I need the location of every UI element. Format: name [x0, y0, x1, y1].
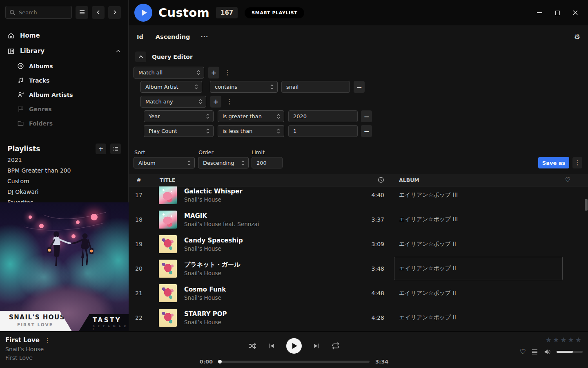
- track-artist[interactable]: Snail’s House: [184, 294, 226, 301]
- playlist-item-bpm[interactable]: BPM Greater than 200: [7, 165, 121, 175]
- table-row[interactable]: 20 プラネット・ガール Snail’s House 3:48 エイリアン☆ポッ…: [129, 256, 588, 281]
- playlist-item-custom[interactable]: Custom: [7, 176, 121, 186]
- playlist-item-dj-okawari[interactable]: DJ Okawari: [7, 186, 121, 197]
- gear-icon[interactable]: ⚙: [574, 33, 580, 41]
- seek-bar[interactable]: [218, 361, 370, 363]
- app-window: Home Library Albums: [0, 0, 588, 368]
- search-box[interactable]: [5, 6, 72, 19]
- sidebar-item-albums[interactable]: Albums: [0, 59, 128, 73]
- library-collapse-icon[interactable]: [116, 49, 121, 53]
- menu-button[interactable]: [76, 6, 88, 19]
- sidebar-item-library[interactable]: Library: [0, 43, 128, 59]
- track-artist[interactable]: Snail’s House: [184, 245, 243, 252]
- track-title[interactable]: プラネット・ガール: [184, 261, 240, 269]
- track-duration: 3:37: [356, 216, 384, 223]
- column-favorite[interactable]: ♡: [548, 176, 588, 184]
- select-chevrons-icon: [274, 114, 280, 119]
- group-match-select[interactable]: Match any: [140, 96, 206, 108]
- rule-group-menu-button[interactable]: ⋮: [223, 69, 232, 76]
- column-number[interactable]: #: [129, 177, 149, 183]
- repeat-button[interactable]: [331, 341, 340, 350]
- sidebar-item-folders[interactable]: Folders: [0, 116, 128, 130]
- playlist-item-2021[interactable]: 2021: [7, 155, 121, 165]
- column-album[interactable]: ALBUM: [384, 177, 548, 183]
- rule3-operator-select[interactable]: is less than: [218, 125, 284, 137]
- maximize-button[interactable]: [554, 9, 561, 16]
- rule1-field-select[interactable]: Album Artist: [140, 81, 202, 93]
- add-group-rule-button[interactable]: +: [210, 96, 221, 108]
- rule2-value-input[interactable]: [288, 110, 358, 122]
- track-artist[interactable]: Snail’s House: [184, 270, 240, 276]
- playlist-list-button[interactable]: [110, 144, 121, 154]
- rule1-operator-select[interactable]: contains: [210, 81, 278, 93]
- track-title[interactable]: Candy Spaceship: [184, 237, 243, 244]
- sidebar-item-label: Library: [20, 47, 45, 55]
- volume-button[interactable]: [543, 348, 551, 355]
- nav-forward-button[interactable]: [108, 6, 121, 19]
- table-row[interactable]: 21 Cosmo Funk Snail’s House 4:48 エイリアン☆ポ…: [129, 281, 588, 305]
- track-album[interactable]: エイリアン☆ポップ II: [384, 289, 548, 297]
- save-as-button[interactable]: Save as: [538, 157, 569, 168]
- scrollbar-thumb[interactable]: [585, 199, 588, 211]
- sidebar-item-album-artists[interactable]: Album Artists: [0, 88, 128, 102]
- table-row[interactable]: 22 STARRY POP Snail’s House 4:28 エイリアン☆ポ…: [129, 305, 588, 330]
- track-title[interactable]: MAGIK: [184, 212, 259, 220]
- track-title[interactable]: Galactic Whisper: [184, 188, 243, 195]
- rule3-value-input[interactable]: [288, 125, 358, 137]
- save-menu-button[interactable]: ⋮: [572, 157, 582, 168]
- sort-direction-button[interactable]: Ascending: [156, 34, 190, 40]
- group-menu-button[interactable]: ⋮: [225, 98, 234, 105]
- column-duration[interactable]: [356, 177, 384, 183]
- sort-label: Sort: [134, 149, 145, 155]
- volume-slider[interactable]: [557, 351, 583, 353]
- now-playing-album-art[interactable]: SNAIL'S HOUSE FIRST LOVE TASTY B E T A M…: [0, 202, 129, 331]
- search-input[interactable]: [19, 9, 64, 16]
- rule3-remove-button[interactable]: −: [361, 125, 372, 137]
- track-number: 22: [129, 314, 149, 321]
- column-title[interactable]: TITLE: [149, 177, 356, 183]
- seek-knob[interactable]: [218, 360, 222, 364]
- previous-button[interactable]: [268, 342, 275, 350]
- heart-icon: ♡: [520, 348, 526, 356]
- rule1-value-input[interactable]: [281, 81, 350, 93]
- queue-button[interactable]: [531, 349, 538, 355]
- favorite-button[interactable]: ♡: [520, 348, 526, 356]
- table-row[interactable]: 18 MAGIK Snail’s House feat. Sennzai 3:3…: [129, 207, 588, 232]
- more-options-button[interactable]: ···: [200, 34, 208, 40]
- query-editor-collapse-button[interactable]: [135, 52, 146, 62]
- root-match-select[interactable]: Match all: [134, 67, 204, 79]
- track-album[interactable]: エイリアン☆ポップ III: [384, 216, 548, 223]
- next-button[interactable]: [313, 342, 320, 350]
- close-button[interactable]: [572, 9, 579, 16]
- rule2-field-select[interactable]: Year: [144, 110, 214, 122]
- table-row[interactable]: 17 Galactic Whisper Snail’s House 4:40 エ…: [129, 186, 588, 207]
- play-pause-button[interactable]: [286, 338, 302, 354]
- track-title[interactable]: STARRY POP: [184, 310, 227, 318]
- rule2-remove-button[interactable]: −: [361, 110, 372, 122]
- track-artist[interactable]: Snail’s House: [184, 196, 243, 203]
- play-playlist-button[interactable]: [134, 4, 152, 22]
- order-select[interactable]: Descending: [198, 157, 249, 168]
- rule2-operator-select[interactable]: is greater than: [218, 110, 284, 122]
- nav-back-button[interactable]: [92, 6, 105, 19]
- rating-stars[interactable]: ★★★★★: [517, 336, 583, 344]
- sort-field-button[interactable]: Id: [137, 34, 143, 40]
- sort-select[interactable]: Album: [134, 157, 195, 168]
- track-title[interactable]: Cosmo Funk: [184, 286, 226, 293]
- limit-input[interactable]: [252, 157, 283, 168]
- rule1-remove-button[interactable]: −: [354, 81, 365, 93]
- track-artist[interactable]: Snail’s House feat. Sennzai: [184, 221, 259, 227]
- track-album[interactable]: エイリアン☆ポップ II: [384, 314, 548, 321]
- track-album[interactable]: エイリアン☆ポップ III: [384, 191, 548, 199]
- add-rule-button[interactable]: +: [208, 67, 219, 79]
- sidebar-item-tracks[interactable]: Tracks: [0, 73, 128, 88]
- sidebar-item-home[interactable]: Home: [0, 28, 128, 43]
- rule3-field-select[interactable]: Play Count: [144, 125, 214, 137]
- track-artist[interactable]: Snail’s House: [184, 319, 227, 325]
- minimize-button[interactable]: [536, 9, 543, 16]
- table-row[interactable]: 19 Candy Spaceship Snail’s House 3:09 エイ…: [129, 232, 588, 256]
- sidebar-item-genres[interactable]: Genres: [0, 102, 128, 116]
- track-album[interactable]: エイリアン☆ポップ II: [384, 240, 548, 248]
- shuffle-button[interactable]: [248, 341, 257, 350]
- add-playlist-button[interactable]: +: [96, 144, 106, 154]
